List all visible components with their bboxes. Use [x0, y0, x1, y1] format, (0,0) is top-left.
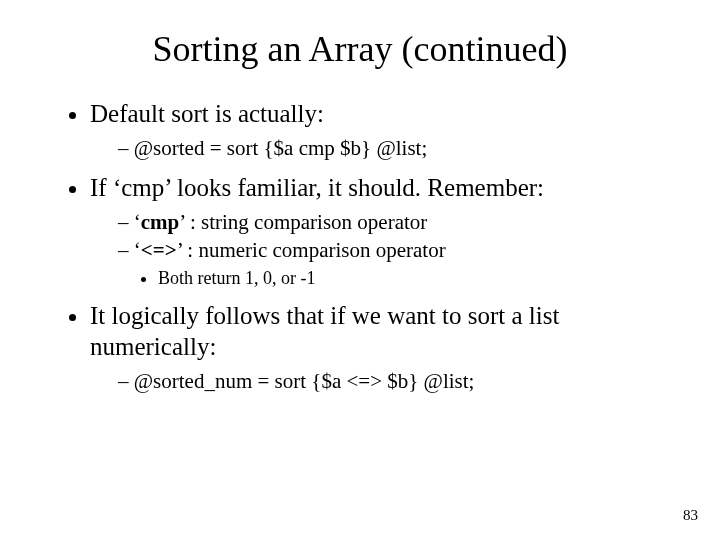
code-text: @sorted_num = sort {$a <=> $b} @list;: [134, 369, 475, 393]
bullet-logically-follows: It logically follows that if we want to …: [90, 300, 680, 395]
sub-cmp-string: ‘cmp’ : string comparison operator: [118, 209, 680, 235]
slide-title: Sorting an Array (continued): [40, 28, 680, 70]
bullet-text-post: looks familiar, it should. Remember:: [171, 174, 544, 201]
page-number: 83: [683, 507, 698, 524]
code-numeric-sort: @sorted_num = sort {$a <=> $b} @list;: [118, 368, 680, 394]
bullet-text: Default sort is actually:: [90, 100, 324, 127]
sub-spaceship-numeric: ‘<=>’ : numeric comparison operator Both…: [118, 237, 680, 290]
bullet-list: Default sort is actually: @sorted = sort…: [40, 98, 680, 395]
sub-text-pre: ‘: [134, 238, 141, 262]
code-default-sort: @sorted = sort {$a cmp $b} @list;: [118, 135, 680, 161]
sub-sub-text: Both return 1, 0, or -1: [158, 268, 315, 288]
sub-text-post: ’ : numeric comparison operator: [177, 238, 446, 262]
sub-text-post: ’ : string comparison operator: [179, 210, 427, 234]
bullet-cmp-familiar: If ‘cmp’ looks familiar, it should. Reme…: [90, 172, 680, 290]
sub-list: @sorted = sort {$a cmp $b} @list;: [90, 135, 680, 161]
sub-text-bold: <=>: [141, 238, 177, 262]
sub-list: @sorted_num = sort {$a <=> $b} @list;: [90, 368, 680, 394]
slide: Sorting an Array (continued) Default sor…: [0, 0, 720, 540]
sub-sub-return-values: Both return 1, 0, or -1: [158, 267, 680, 290]
sub-text-pre: ‘: [134, 210, 141, 234]
sub-sub-list: Both return 1, 0, or -1: [118, 267, 680, 290]
bullet-default-sort: Default sort is actually: @sorted = sort…: [90, 98, 680, 162]
bullet-text: It logically follows that if we want to …: [90, 302, 559, 360]
code-text: @sorted = sort {$a cmp $b} @list;: [134, 136, 428, 160]
bullet-text-quote: ‘cmp’: [113, 174, 171, 201]
bullet-text-pre: If: [90, 174, 113, 201]
sub-text-bold: cmp: [141, 210, 180, 234]
sub-list: ‘cmp’ : string comparison operator ‘<=>’…: [90, 209, 680, 290]
